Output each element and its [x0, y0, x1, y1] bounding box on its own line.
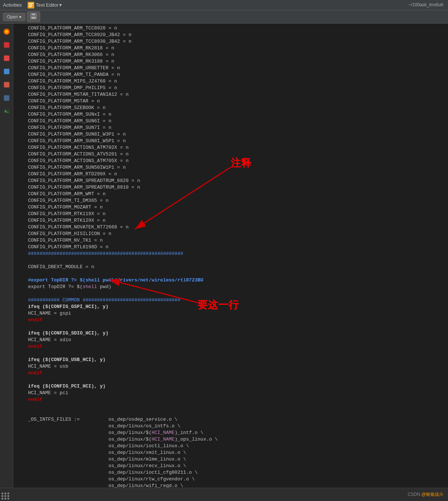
- code-line: CONFIG_PLATFORM_ARM_SUN8I_W3P1 = n: [28, 131, 445, 138]
- code-line: os_dep/linux/wifi_regd.o \: [28, 483, 445, 488]
- code-line: CONFIG_PLATFORM_MIPS_JZ4760 = n: [28, 78, 445, 85]
- code-line: os_dep/linux/mlme_linux.o \: [28, 456, 445, 463]
- code-line: CONFIG_PLATFORM_MOZART = n: [28, 204, 445, 211]
- svg-rect-14: [4, 95, 9, 101]
- code-line-empty: [28, 257, 445, 264]
- svg-rect-15: [3, 109, 10, 113]
- code-content: CONFIG_PLATFORM_ARM_TCC8920 = n CONFIG_P…: [13, 25, 448, 488]
- code-line-empty: [28, 350, 445, 357]
- code-line: CONFIG_PLATFORM_ARM_RTD299X = n: [28, 171, 445, 178]
- code-line: HCI_NAME = pci: [28, 390, 445, 396]
- code-line: CONFIG_PLATFORM_ARM_SPREADTRUM_8810 = n: [28, 184, 445, 191]
- code-line: CONFIG_PLATFORM_ACTIONS_ATM705X = n: [28, 158, 445, 164]
- code-line-export-comment: #export TopDIR ?= $(shell pwd)/drivers/n…: [28, 277, 445, 284]
- code-line-export: export TopDIR ?= $(shell pwd): [28, 284, 445, 290]
- code-line-endif: endif: [28, 370, 445, 376]
- sidebar-icon-2[interactable]: [1, 53, 12, 63]
- code-line: CONFIG_PLATFORM_ACTIONS_ATV5201 = n: [28, 151, 445, 158]
- sidebar-icon-1[interactable]: [1, 40, 12, 50]
- code-line: CONFIG_PLATFORM_ARM_RK3188 = n: [28, 58, 445, 65]
- app-grid-icon[interactable]: [1, 493, 10, 500]
- code-line-empty: [28, 290, 445, 297]
- code-line: CONFIG_PLATFORM_MSTAR_TITANIA12 = n: [28, 91, 445, 98]
- code-line-endif: endif: [28, 396, 445, 403]
- bottom-bar: CSDN @银银战斗: [0, 488, 448, 501]
- code-line: HCI_NAME = sdio: [28, 337, 445, 343]
- code-line-ifeq2: ifeq ($(CONFIG_SDIO_HCI), y): [28, 330, 445, 337]
- sidebar-terminal[interactable]: [1, 106, 12, 116]
- code-line: CONFIG_PLATFORM_ARM_SUN50IW1P1 = n: [28, 164, 445, 171]
- code-line: os_dep/linux/$(HCI_NAME)_ops_linux.o \: [28, 436, 445, 443]
- code-line-empty: [28, 323, 445, 330]
- code-line: CONFIG_PLATFORM_TI_DM365 = n: [28, 197, 445, 204]
- dropdown-arrow: ▾: [59, 2, 62, 8]
- code-line: CONFIG_PLATFORM_ARM_SUNxI = n: [28, 111, 445, 118]
- code-line: CONFIG_PLATFORM_DMP_PHILIPS = n: [28, 85, 445, 91]
- code-line: CONFIG_PLATFORM_RTK129X = n: [28, 217, 445, 224]
- top-bar: Activities Text Editor ▾ ~/100ask_imx6ul…: [0, 0, 448, 10]
- code-line-separator: ########################################…: [28, 251, 445, 257]
- sidebar-firefox[interactable]: [1, 27, 12, 37]
- app-icon: [28, 2, 34, 8]
- code-line: CONFIG_PLATFORM_ARM_TCC8920_JB42 = n: [28, 32, 445, 38]
- code-line: CONFIG_PLATFORM_ARM_SPREADTRUM_6820 = n: [28, 178, 445, 184]
- sidebar-icon-4[interactable]: [1, 80, 12, 90]
- sidebar-icon-3[interactable]: [1, 66, 12, 77]
- code-line-endif: endif: [28, 317, 445, 323]
- code-line: CONFIG_PLATFORM_ARM_RK3066 = n: [28, 52, 445, 58]
- code-line-endif: endif: [28, 343, 445, 350]
- code-line-empty: [28, 376, 445, 383]
- sidebar-icon-5[interactable]: [1, 93, 12, 103]
- code-line: CONFIG_PLATFORM_ARM_SUN6I = n: [28, 118, 445, 125]
- code-line: os_dep/linux/ioctl_cfg80211.o \: [28, 469, 445, 476]
- code-line-ifeq1: ifeq ($(CONFIG_GSPI_HCI), y): [28, 304, 445, 310]
- svg-rect-6: [32, 17, 35, 18]
- svg-rect-3: [29, 6, 32, 7]
- toolbar: Open ▾: [0, 10, 448, 24]
- code-line: CONFIG_PLATFORM_ARM_TI_PANDA = n: [28, 71, 445, 78]
- code-line: CONFIG_PLATFORM_NOVATEK_NT72668 = n: [28, 224, 445, 231]
- svg-rect-1: [29, 3, 33, 4]
- editor-area[interactable]: CONFIG_PLATFORM_ARM_TCC8920 = n CONFIG_P…: [13, 24, 448, 488]
- bottom-logo: CSDN @银银战斗: [407, 491, 444, 498]
- title-menu[interactable]: Text Editor ▾: [36, 2, 62, 8]
- svg-point-9: [6, 31, 7, 33]
- code-line: os_dep/linux/$(HCI_NAME)_intf.o \: [28, 430, 445, 436]
- code-line: os_dep/linux/ioctl_linux.o \: [28, 443, 445, 449]
- svg-rect-12: [4, 69, 9, 74]
- left-sidebar: [0, 24, 13, 488]
- code-line: CONFIG_PLATFORM_ACTIONS_ATM702X = n: [28, 144, 445, 151]
- code-line-ifeq3: ifeq ($(CONFIG_USB_HCI), y): [28, 357, 445, 363]
- open-button[interactable]: Open ▾: [3, 13, 25, 21]
- code-line-common: ########### COMMON #####################…: [28, 297, 445, 304]
- code-line-empty: [28, 410, 445, 416]
- code-line: CONFIG_PLATFORM_RTK119X = n: [28, 211, 445, 217]
- code-line: HCI_NAME = gspi: [28, 310, 445, 317]
- code-line-empty: [28, 270, 445, 277]
- code-line: CONFIG_DBEXT_MODULE = n: [28, 264, 445, 270]
- svg-rect-5: [32, 14, 35, 15]
- svg-rect-11: [4, 56, 9, 61]
- code-line: os_dep/linux/rtw_cfgvendor.o \: [28, 476, 445, 483]
- app-title: Text Editor: [36, 2, 58, 8]
- code-line: CONFIG_PLATFORM_SZEBOOK = n: [28, 105, 445, 111]
- code-line: _OS_INTFS_FILES := os_dep/osdep_service.…: [28, 416, 445, 423]
- code-line: CONFIG_PLATFORM_ARM_TCC8930_JB42 = n: [28, 38, 445, 45]
- code-line: CONFIG_PLATFORM_ARM_RK2818 = n: [28, 45, 445, 52]
- svg-rect-10: [4, 42, 9, 48]
- code-line: HCI_NAME = usb: [28, 363, 445, 370]
- file-path: ~/100ask_imx6ull-: [409, 2, 444, 7]
- code-line: CONFIG_PLATFORM_ARM_SUN8I_W5P1 = n: [28, 138, 445, 144]
- save-button[interactable]: [27, 11, 40, 22]
- code-line: CONFIG_PLATFORM_ARM_TCC8920 = n: [28, 25, 445, 32]
- code-line: CONFIG_PLATFORM_MSTAR = n: [28, 98, 445, 105]
- activities-menu[interactable]: Activities: [3, 2, 22, 8]
- code-line: os_dep/linux/os_intfs.o \: [28, 423, 445, 430]
- code-line: CONFIG_PLATFORM_RTL8198D = n: [28, 244, 445, 251]
- code-line-ifeq4: ifeq ($(CONFIG_PCI_HCI), y): [28, 383, 445, 390]
- code-line: CONFIG_PLATFORM_ARM_WMT = n: [28, 191, 445, 197]
- code-line: os_dep/linux/xmit_linux.o \: [28, 449, 445, 456]
- code-line: CONFIG_PLATFORM_ARM_SUN7I = n: [28, 125, 445, 131]
- code-line-empty: [28, 403, 445, 410]
- svg-rect-2: [29, 5, 32, 6]
